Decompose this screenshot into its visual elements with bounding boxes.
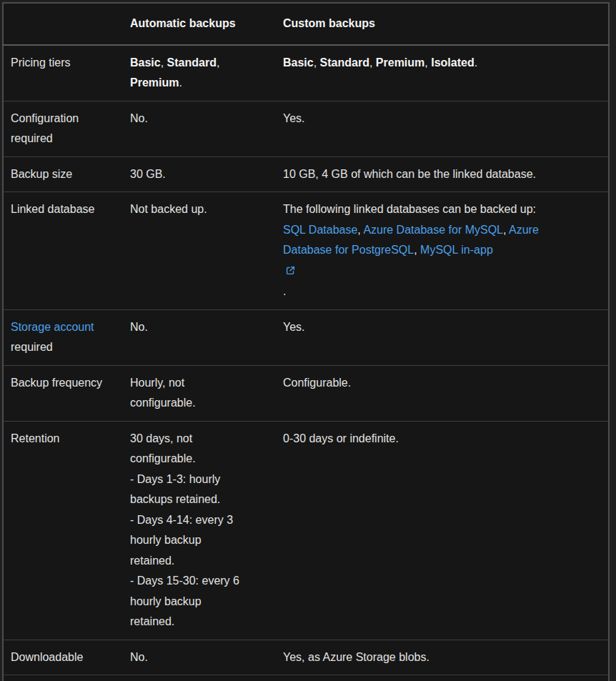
text-segment: Yes, as Azure Storage blobs.: [283, 651, 429, 663]
text-segment: ,: [217, 56, 219, 69]
text-segment: Isolated: [431, 56, 474, 69]
header-blank-cell: [3, 3, 123, 45]
text-segment: ,: [161, 56, 167, 69]
text-segment: Backup size: [11, 168, 72, 180]
text-segment: Yes.: [283, 112, 305, 124]
link[interactable]: Azure Database for MySQL: [363, 224, 503, 236]
table-row-linked-database: Linked database Not backed up. The follo…: [3, 192, 609, 310]
table-header-row: Automatic backups Custom backups: [3, 3, 609, 45]
custom-value-cell: 0-30 days or indefinite.: [276, 421, 609, 640]
text-segment: No.: [130, 651, 148, 663]
text-segment: Downloadable: [11, 651, 83, 663]
text-segment: ,: [414, 244, 420, 256]
text-segment: 30 days, not configurable. - Days 1-3: h…: [130, 432, 239, 628]
text-segment: ,: [369, 56, 376, 69]
text-segment: No.: [130, 112, 148, 124]
custom-value-cell: Yes.: [276, 101, 609, 156]
text-segment: Configurable.: [283, 377, 351, 389]
table-row-retention: Retention 30 days, not configurable. - D…: [3, 421, 609, 640]
custom-value-cell: 10 GB, 4 GB of which can be the linked d…: [276, 156, 609, 192]
row-label-cell: Linked database: [3, 192, 123, 310]
table-row-partial-backups: Partial backups Not supported. Supported…: [3, 675, 609, 681]
custom-value-cell: Yes.: [276, 309, 609, 365]
text-segment: 10 GB, 4 GB of which can be the linked d…: [283, 168, 536, 180]
custom-value-cell: Basic, Standard, Premium, Isolated.: [276, 45, 609, 101]
page: Automatic backups Custom backups Pricing…: [0, 0, 616, 681]
auto-value-cell: No.: [123, 640, 276, 675]
link[interactable]: SQL Database: [283, 224, 357, 236]
row-label-cell: Downloadable: [3, 640, 123, 675]
auto-value-cell: No.: [123, 101, 276, 156]
auto-value-cell: 30 GB.: [123, 156, 276, 192]
row-label-cell: Pricing tiers: [3, 45, 123, 101]
text-segment: ,: [503, 224, 509, 236]
link[interactable]: Storage account: [11, 321, 94, 333]
text-segment: .: [179, 76, 182, 89]
auto-value-cell: 30 days, not configurable. - Days 1-3: h…: [123, 421, 276, 640]
text-segment: The following linked databases can be ba…: [283, 203, 536, 215]
row-label-cell: Retention: [3, 421, 123, 640]
table-row-configuration-required: Configuration required No. Yes.: [3, 101, 609, 156]
text-segment: 0-30 days or indefinite.: [283, 432, 399, 444]
row-label-cell: Storage account required: [3, 309, 123, 365]
text-segment: Retention: [11, 432, 60, 444]
row-label-cell: Configuration required: [3, 101, 123, 156]
text-segment: Backup frequency: [11, 377, 102, 389]
auto-value-cell: No.: [123, 309, 276, 365]
text-segment: Configuration required: [11, 112, 79, 145]
table-row-backup-frequency: Backup frequency Hourly, not configurabl…: [3, 365, 609, 421]
external-link-icon: [286, 262, 295, 282]
text-segment: Linked database: [11, 203, 94, 215]
text-segment: required: [11, 341, 53, 353]
link[interactable]: MySQL in-app: [420, 244, 493, 256]
text-segment: Premium: [376, 56, 424, 69]
text-segment: Hourly, not configurable.: [130, 377, 196, 409]
table-row-downloadable: Downloadable No. Yes, as Azure Storage b…: [3, 640, 609, 675]
row-label-cell: Backup size: [3, 156, 123, 192]
text-segment: Yes.: [283, 321, 305, 333]
auto-value-cell: Not supported.: [123, 675, 276, 681]
text-segment: No.: [130, 321, 148, 333]
text-segment: .: [475, 56, 477, 69]
auto-value-cell: Basic, Standard, Premium.: [123, 45, 276, 101]
text-segment: Basic: [130, 56, 161, 69]
text-segment: 30 GB.: [130, 168, 166, 180]
text-segment: Standard: [320, 56, 369, 69]
table-row-storage-account-required: Storage account required No. Yes.: [3, 309, 609, 365]
header-automatic-backups: Automatic backups: [123, 3, 276, 45]
text-segment: Standard: [167, 56, 217, 69]
text-segment: Not backed up.: [130, 203, 207, 215]
header-custom-backups: Custom backups: [276, 3, 609, 45]
auto-value-cell: Hourly, not configurable.: [123, 365, 276, 421]
row-label-cell: Backup frequency: [3, 365, 123, 421]
text-segment: ,: [314, 56, 320, 69]
text-segment: Pricing tiers: [11, 56, 71, 69]
custom-value-cell: The following linked databases can be ba…: [276, 192, 609, 310]
text-segment: .: [283, 285, 286, 297]
custom-value-cell: Supported.: [276, 675, 609, 681]
table-row-backup-size: Backup size 30 GB. 10 GB, 4 GB of which …: [3, 156, 609, 192]
text-segment: Basic: [283, 56, 314, 69]
text-segment: ,: [424, 56, 431, 69]
custom-value-cell: Configurable.: [276, 365, 609, 421]
custom-value-cell: Yes, as Azure Storage blobs.: [276, 640, 609, 675]
backups-comparison-table: Automatic backups Custom backups Pricing…: [2, 2, 610, 681]
auto-value-cell: Not backed up.: [123, 192, 276, 310]
table-row-pricing-tiers: Pricing tiers Basic, Standard, Premium. …: [3, 45, 609, 101]
row-label-cell: Partial backups: [3, 675, 123, 681]
text-segment: Premium: [130, 76, 179, 89]
